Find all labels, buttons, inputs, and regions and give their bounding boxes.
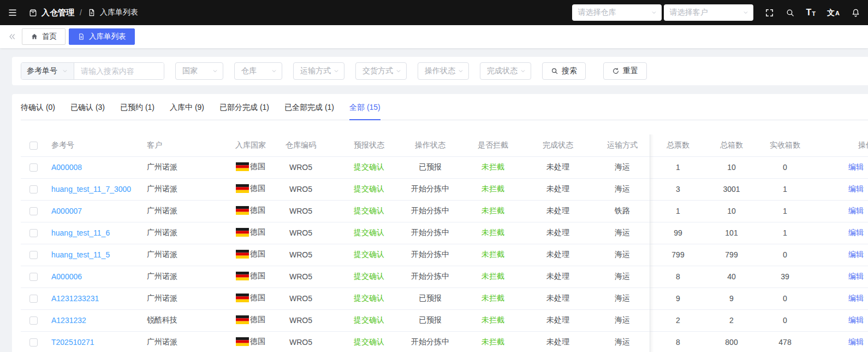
country-cell: 德国: [236, 162, 265, 172]
status-tab[interactable]: 全部 (15): [349, 103, 381, 120]
germany-flag-icon: [236, 250, 249, 259]
transport-cell: 铁路: [584, 200, 661, 222]
search-icon[interactable]: [786, 8, 795, 17]
inbound-orders-table: 参考号 客户 入库国家 仓库编码 预报状态 操作状态 是否拦截 完成状态 运输方…: [21, 134, 868, 352]
filter-select-label: 仓库: [241, 66, 257, 76]
menu-toggle-icon[interactable]: [8, 8, 17, 17]
filter-select[interactable]: 仓库: [234, 62, 282, 80]
search-button[interactable]: 搜索: [542, 62, 586, 80]
status-tab[interactable]: 已全部完成 (1): [284, 103, 334, 120]
total-boxes-cell: 3001: [695, 178, 768, 200]
translate-icon[interactable]: 文A: [827, 9, 840, 16]
search-input[interactable]: [74, 63, 164, 79]
spacer-cell: [802, 331, 846, 352]
breadcrumb-page[interactable]: 入库单列表: [87, 8, 138, 17]
status-tab[interactable]: 入库中 (9): [170, 103, 204, 120]
row-checkbox[interactable]: [29, 185, 38, 193]
germany-flag-icon: [236, 272, 249, 280]
complete-status-cell: 未处理: [532, 200, 584, 222]
reference-link[interactable]: A1231232: [51, 316, 86, 325]
edit-link[interactable]: 编辑: [848, 250, 864, 259]
filter-select[interactable]: 操作状态: [418, 62, 469, 80]
select-all-checkbox[interactable]: [29, 142, 38, 150]
edit-link[interactable]: 编辑: [848, 184, 864, 193]
chevron-down-icon: [651, 9, 657, 16]
edit-link[interactable]: 编辑: [848, 272, 864, 280]
notifications-bell-icon[interactable]: [851, 8, 860, 17]
collapse-double-chevron-icon[interactable]: [8, 32, 16, 41]
customer-cell: 广州诺派: [141, 288, 231, 309]
page-tabstrip: 首页 入库单列表: [0, 25, 868, 48]
reference-link[interactable]: A000007: [51, 207, 82, 215]
forecast-status-cell: 提交确认: [332, 288, 406, 309]
edit-link[interactable]: 编辑: [848, 337, 864, 346]
total-boxes-cell: 10: [695, 200, 768, 222]
status-tab[interactable]: 已部分完成 (1): [219, 103, 269, 120]
forecast-status-cell: 提交确认: [332, 222, 406, 244]
edit-link[interactable]: 编辑: [848, 206, 864, 215]
row-checkbox[interactable]: [29, 338, 38, 347]
filter-select[interactable]: 完成状态: [480, 62, 531, 80]
filter-select[interactable]: 交货方式: [355, 62, 407, 80]
filter-card: 参考单号 国家 仓库 运输方式 交货方式 操作状态: [12, 57, 868, 85]
fullscreen-icon[interactable]: [765, 8, 774, 17]
filter-select[interactable]: 运输方式: [293, 62, 344, 80]
customer-cell: 锐酷科技: [141, 309, 231, 331]
edit-link[interactable]: 编辑: [848, 228, 864, 237]
font-size-icon[interactable]: TT: [806, 8, 816, 17]
warehouse-select[interactable]: 请选择仓库: [572, 4, 662, 21]
row-checkbox[interactable]: [29, 207, 38, 215]
received-boxes-cell: 1: [768, 178, 802, 200]
row-checkbox[interactable]: [29, 316, 38, 325]
status-tab[interactable]: 待确认 (0): [21, 103, 55, 120]
row-checkbox[interactable]: [29, 295, 38, 303]
filter-select[interactable]: 国家: [175, 62, 223, 80]
status-tab[interactable]: 已预约 (1): [120, 103, 154, 120]
transport-cell: 海运: [584, 331, 661, 352]
reference-link[interactable]: huang_test_11_6: [51, 228, 110, 237]
row-checkbox[interactable]: [29, 163, 38, 172]
total-tickets-cell: 1: [661, 156, 695, 178]
table-card: 待确认 (0) 已确认 (3) 已预约 (1) 入库中 (9) 已部分完成 (1…: [12, 94, 868, 352]
customer-select[interactable]: 请选择客户: [664, 4, 753, 21]
reference-link[interactable]: T202510271: [51, 338, 94, 347]
row-checkbox[interactable]: [29, 229, 38, 237]
edit-link[interactable]: 编辑: [848, 162, 864, 171]
tab-home[interactable]: 首页: [22, 28, 66, 45]
row-checkbox[interactable]: [29, 273, 38, 281]
breadcrumb-module[interactable]: 入仓管理: [28, 8, 74, 18]
status-tab[interactable]: 已确认 (3): [70, 103, 105, 120]
total-tickets-cell: 2: [661, 309, 695, 331]
forecast-status-cell: 提交确认: [332, 200, 406, 222]
germany-flag-icon: [236, 294, 249, 302]
country-cell: 德国: [236, 249, 265, 259]
col-header-forecast-status: 预报状态: [332, 134, 406, 156]
reset-button[interactable]: 重置: [603, 62, 647, 80]
country-label: 德国: [250, 184, 265, 193]
filter-selects: 国家 仓库 运输方式 交货方式 操作状态 完成状态: [175, 62, 531, 80]
country-label: 德国: [250, 337, 265, 347]
intercept-status-cell: 未拦截: [454, 200, 532, 222]
reference-link[interactable]: huang_test_11_7_3000: [51, 185, 131, 193]
total-boxes-cell: 9: [695, 288, 768, 309]
customer-select-placeholder: 请选择客户: [670, 8, 708, 17]
search-field-select[interactable]: 参考单号: [21, 63, 74, 79]
total-tickets-cell: 1: [661, 200, 695, 222]
reference-link[interactable]: A000008: [51, 163, 82, 172]
germany-flag-icon: [236, 162, 249, 171]
reference-link[interactable]: A1231233231: [51, 294, 99, 303]
country-label: 德国: [250, 206, 265, 215]
row-checkbox[interactable]: [29, 251, 38, 259]
intercept-status-cell: 未拦截: [454, 244, 532, 266]
edit-link[interactable]: 编辑: [848, 294, 864, 302]
forecast-status-cell: 提交确认: [332, 331, 406, 352]
germany-flag-icon: [236, 228, 249, 237]
table-row: huang_test_11_6 广州诺派 德国 WRO5 提交确认 开始分拣中 …: [21, 222, 868, 244]
reference-link[interactable]: A000006: [51, 272, 82, 281]
warehouse-code-cell: WRO5: [270, 309, 332, 331]
reference-link[interactable]: huang_test_11_5: [51, 250, 110, 259]
tab-inbound-list[interactable]: 入库单列表: [69, 28, 135, 45]
edit-link[interactable]: 编辑: [848, 315, 864, 324]
status-tabs: 待确认 (0) 已确认 (3) 已预约 (1) 入库中 (9) 已部分完成 (1…: [21, 102, 868, 120]
breadcrumb-separator: /: [80, 8, 82, 17]
